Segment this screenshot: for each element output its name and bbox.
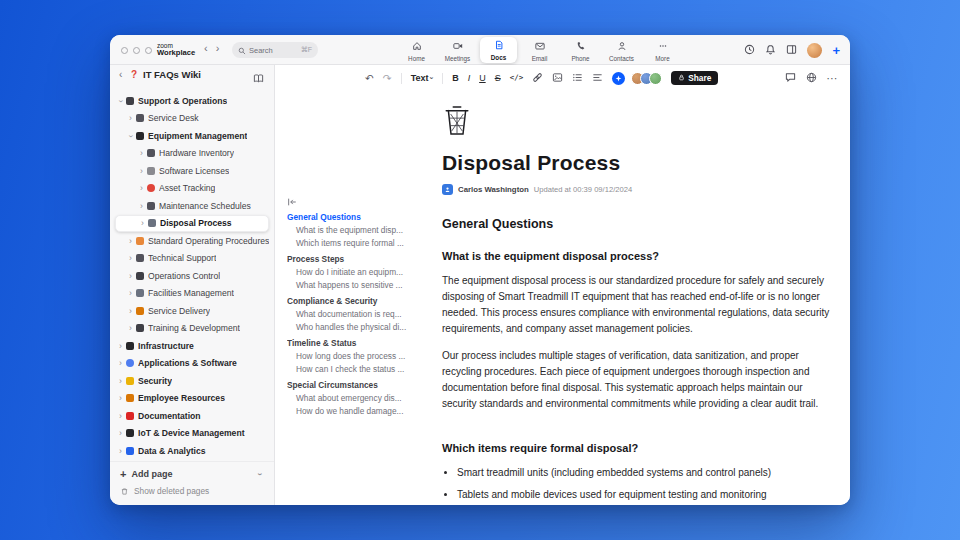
bullet-list-icon[interactable]: [572, 69, 583, 87]
sidebar-item-data-analytics[interactable]: ›Data & Analytics: [110, 442, 274, 460]
chevron-down-icon[interactable]: ›: [116, 96, 125, 105]
chevron-right-icon[interactable]: ›: [116, 342, 125, 351]
outline-section[interactable]: Compliance & Security: [287, 294, 439, 307]
tab-contacts[interactable]: Contacts: [603, 37, 640, 63]
align-icon[interactable]: [592, 69, 603, 87]
tab-meetings[interactable]: Meetings: [439, 37, 476, 63]
zoom-window-button[interactable]: [145, 47, 152, 54]
chevron-right-icon[interactable]: ›: [126, 254, 135, 263]
sidebar-back-icon[interactable]: ‹: [119, 70, 122, 80]
sidebar-item-applications-software[interactable]: ›Applications & Software: [110, 355, 274, 373]
outline-item[interactable]: How long does the process ...: [287, 349, 439, 362]
outline-item[interactable]: Which items require formal ...: [287, 236, 439, 249]
collapse-outline-icon[interactable]: [287, 193, 439, 204]
outline-section[interactable]: Special Circumstances: [287, 378, 439, 391]
sidebar-item-standard-operating-procedures[interactable]: ›Standard Operating Procedures: [110, 232, 274, 250]
chevron-right-icon[interactable]: ›: [116, 359, 125, 368]
nav-forward-icon[interactable]: ›: [216, 43, 220, 54]
share-button[interactable]: Share: [671, 71, 718, 85]
sidebar-item-technical-support[interactable]: ›Technical Support: [110, 250, 274, 268]
chevron-down-icon[interactable]: ›: [255, 470, 264, 479]
sidebar-item-employee-resources[interactable]: ›Employee Resources: [110, 390, 274, 408]
chevron-right-icon[interactable]: ›: [137, 202, 146, 211]
sidebar-item-service-desk[interactable]: ›Service Desk: [110, 110, 274, 128]
outline-section[interactable]: Timeline & Status: [287, 336, 439, 349]
code-button[interactable]: </>: [510, 74, 524, 82]
underline-button[interactable]: U: [479, 74, 486, 83]
undo-icon[interactable]: ↶: [365, 73, 374, 84]
window-controls[interactable]: [121, 47, 152, 54]
collaborator-avatars[interactable]: [635, 72, 662, 85]
sidebar-item-facilities-management[interactable]: ›Facilities Management: [110, 285, 274, 303]
text-style-dropdown[interactable]: Text›: [411, 73, 434, 83]
chevron-right-icon[interactable]: ›: [126, 237, 135, 246]
sidebar-item-operations-control[interactable]: ›Operations Control: [110, 267, 274, 285]
tab-email[interactable]: Email: [521, 37, 558, 63]
tab-home[interactable]: Home: [398, 37, 435, 63]
bell-icon[interactable]: [765, 41, 776, 59]
avatar[interactable]: [649, 72, 662, 85]
outline-item[interactable]: What is the equipment disp...: [287, 223, 439, 236]
outline-item[interactable]: How do I initiate an equipm...: [287, 265, 439, 278]
italic-button[interactable]: I: [468, 74, 471, 83]
minimize-window-button[interactable]: [133, 47, 140, 54]
open-book-icon[interactable]: [253, 70, 264, 88]
sidebar-item-disposal-process[interactable]: ›Disposal Process: [115, 215, 269, 233]
chevron-right-icon[interactable]: ›: [137, 167, 146, 176]
global-search-input[interactable]: Search ⌘F: [232, 42, 318, 58]
chevron-right-icon[interactable]: ›: [116, 447, 125, 456]
chevron-right-icon[interactable]: ›: [116, 394, 125, 403]
outline-item[interactable]: How do we handle damage...: [287, 404, 439, 417]
outline-section[interactable]: General Questions: [287, 210, 439, 223]
outline-item[interactable]: What about emergency dis...: [287, 391, 439, 404]
nav-back-icon[interactable]: ‹: [204, 43, 208, 54]
chevron-right-icon[interactable]: ›: [126, 114, 135, 123]
sidebar-item-support-operations[interactable]: ›Support & Operations: [110, 92, 274, 110]
chevron-down-icon[interactable]: ›: [126, 131, 135, 140]
chevron-right-icon[interactable]: ›: [126, 324, 135, 333]
chevron-right-icon[interactable]: ›: [116, 412, 125, 421]
outline-item[interactable]: What documentation is req...: [287, 307, 439, 320]
tab-phone[interactable]: Phone: [562, 37, 599, 63]
user-avatar[interactable]: [807, 43, 822, 58]
chevron-right-icon[interactable]: ›: [126, 289, 135, 298]
add-page-button[interactable]: + Add page ›: [110, 465, 274, 483]
chevron-right-icon[interactable]: ›: [137, 184, 146, 193]
sidebar-item-iot-device-management[interactable]: ›IoT & Device Management: [110, 425, 274, 443]
sidebar-item-security[interactable]: ›Security: [110, 372, 274, 390]
comment-icon[interactable]: [785, 69, 796, 87]
outline-item[interactable]: Who handles the physical di...: [287, 320, 439, 333]
side-panel-icon[interactable]: [786, 41, 797, 59]
sidebar-item-training-development[interactable]: ›Training & Development: [110, 320, 274, 338]
sidebar-item-documentation[interactable]: ›Documentation: [110, 407, 274, 425]
globe-icon[interactable]: [806, 69, 817, 87]
tab-docs[interactable]: Docs: [480, 37, 517, 63]
bold-button[interactable]: B: [452, 74, 459, 83]
redo-icon[interactable]: ↷: [383, 73, 392, 84]
chevron-right-icon[interactable]: ›: [138, 219, 147, 228]
ai-companion-icon[interactable]: [612, 72, 625, 85]
sidebar-item-asset-tracking[interactable]: ›Asset Tracking: [110, 180, 274, 198]
chevron-right-icon[interactable]: ›: [137, 149, 146, 158]
strikethrough-button[interactable]: S: [495, 74, 501, 83]
image-icon[interactable]: [552, 69, 563, 87]
history-clock-icon[interactable]: [744, 41, 755, 59]
chevron-right-icon[interactable]: ›: [126, 272, 135, 281]
close-window-button[interactable]: [121, 47, 128, 54]
add-plus-icon[interactable]: +: [832, 44, 840, 57]
sidebar-item-service-delivery[interactable]: ›Service Delivery: [110, 302, 274, 320]
link-icon[interactable]: [532, 69, 543, 87]
chevron-right-icon[interactable]: ›: [116, 429, 125, 438]
sidebar-item-equipment-management[interactable]: ›Equipment Management: [110, 127, 274, 145]
chevron-right-icon[interactable]: ›: [126, 307, 135, 316]
sidebar-item-hardware-inventory[interactable]: ›Hardware Inventory: [110, 145, 274, 163]
tab-more[interactable]: More: [644, 37, 681, 63]
outline-item[interactable]: How can I check the status ...: [287, 362, 439, 375]
chevron-right-icon[interactable]: ›: [116, 377, 125, 386]
outline-item[interactable]: What happens to sensitive ...: [287, 278, 439, 291]
sidebar-item-maintenance-schedules[interactable]: ›Maintenance Schedules: [110, 197, 274, 215]
sidebar-item-software-licenses[interactable]: ›Software Licenses: [110, 162, 274, 180]
more-options-icon[interactable]: ⋯: [827, 73, 838, 84]
outline-section[interactable]: Process Steps: [287, 252, 439, 265]
sidebar-item-infrastructure[interactable]: ›Infrastructure: [110, 337, 274, 355]
